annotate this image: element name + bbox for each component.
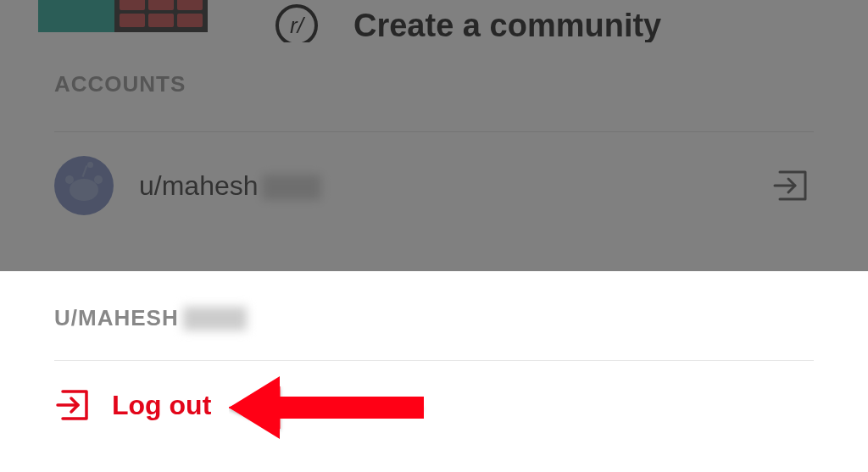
avatar <box>54 156 114 215</box>
create-community-row[interactable]: r/ Create a community <box>275 4 661 47</box>
thumbnail-image <box>38 0 208 32</box>
divider <box>54 360 814 361</box>
account-row[interactable]: u/mahesh <box>54 132 814 239</box>
switch-account-icon[interactable] <box>773 167 814 204</box>
logout-icon <box>54 385 95 425</box>
create-community-label: Create a community <box>353 8 661 44</box>
username-label: u/mahesh <box>139 170 773 202</box>
accounts-header: ACCOUNTS <box>54 71 814 97</box>
logout-label: Log out <box>112 390 211 421</box>
logout-sheet: U/MAHESH Log out <box>19 271 849 472</box>
redacted-text <box>262 175 321 200</box>
logout-button[interactable]: Log out <box>54 385 814 425</box>
redacted-text <box>183 307 247 330</box>
subreddit-icon: r/ <box>275 4 318 47</box>
logout-sheet-header: U/MAHESH <box>54 305 814 331</box>
